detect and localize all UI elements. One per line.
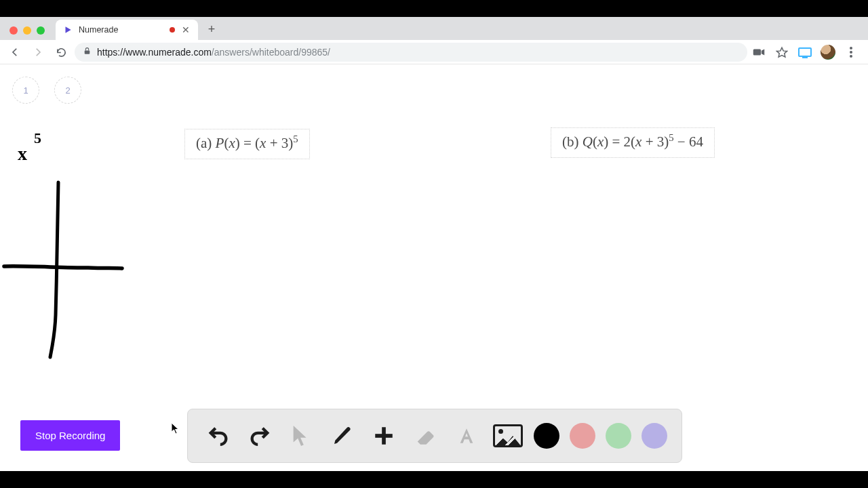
svg-point-6 [850,51,852,54]
address-row: https://www.numerade.com/answers/whitebo… [0,40,868,64]
handwritten-x: x [18,143,27,165]
tab-close-icon[interactable]: ✕ [180,25,191,35]
whiteboard-page: 1 2 (a) P(x) = (x + 3)5 (b) Q(x) = 2(x +… [0,64,868,471]
recording-indicator-icon [170,27,175,33]
back-button[interactable] [5,43,24,62]
svg-marker-0 [66,26,71,33]
svg-point-7 [850,55,852,58]
page-thumb-2[interactable]: 2 [54,77,81,104]
tab-strip: Numerade ✕ + [0,17,868,40]
image-icon [493,424,523,447]
profile-avatar[interactable] [821,45,835,60]
color-swatch-purple[interactable] [642,423,667,449]
color-swatch-black[interactable] [534,423,559,449]
svg-marker-3 [762,49,765,56]
tab-favicon [62,24,73,35]
svg-point-5 [850,47,852,49]
pointer-tool[interactable] [285,420,317,451]
toolbar-right [751,45,863,60]
url-text: https://www.numerade.com/answers/whitebo… [97,47,330,58]
new-tab-button[interactable]: + [202,20,221,39]
color-swatch-green[interactable] [606,423,631,449]
pen-tool[interactable] [327,420,358,451]
window-minimize[interactable] [23,26,31,35]
window-zoom[interactable] [37,26,45,35]
window-controls [5,26,52,40]
equation-b[interactable]: (b) Q(x) = 2(x + 3)5 − 64 [551,127,715,158]
text-tool[interactable] [451,420,482,451]
camera-icon[interactable] [751,45,766,60]
add-tool[interactable] [368,420,399,451]
extension-icon[interactable] [797,45,812,60]
eraser-tool[interactable] [410,420,441,451]
undo-button[interactable] [203,420,234,451]
reload-button[interactable] [52,43,71,62]
browser-chrome: Numerade ✕ + [0,17,868,64]
kebab-menu-icon[interactable] [844,45,859,60]
mouse-cursor-icon [171,422,180,434]
equation-a[interactable]: (a) P(x) = (x + 3)5 [184,129,310,159]
address-bar[interactable]: https://www.numerade.com/answers/whitebo… [75,43,747,62]
svg-rect-9 [375,434,393,438]
color-swatch-red[interactable] [570,423,595,449]
tab-title: Numerade [79,25,164,35]
forward-button[interactable] [28,43,47,62]
svg-rect-1 [85,50,90,54]
svg-rect-2 [753,49,761,56]
lock-icon [83,47,92,58]
page-thumb-1[interactable]: 1 [12,77,39,104]
browser-tab[interactable]: Numerade ✕ [56,20,198,40]
redo-button[interactable] [244,420,275,451]
whiteboard-toolbar [187,409,682,463]
window-close[interactable] [9,26,18,35]
image-tool[interactable] [492,420,524,451]
page-thumbnails: 1 2 [12,77,81,104]
hand-drawn-axes [0,180,136,363]
stop-recording-button[interactable]: Stop Recording [20,420,120,451]
handwritten-exponent: 5 [34,129,41,147]
svg-marker-4 [777,47,787,57]
bookmark-star-icon[interactable] [774,45,789,60]
